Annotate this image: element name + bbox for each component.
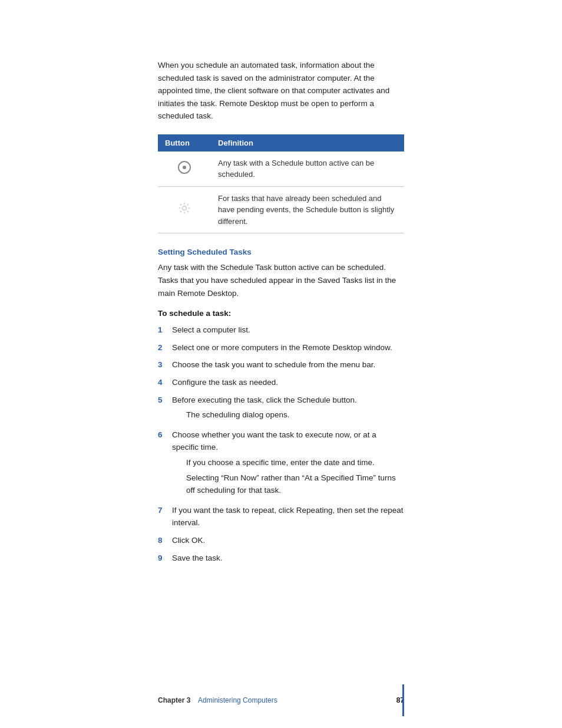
step-number: 8 <box>158 534 168 547</box>
step-content: Select one or more computers in the Remo… <box>172 341 404 354</box>
table-def-2: For tasks that have already been schedul… <box>211 186 404 233</box>
step-text: Select one or more computers in the Remo… <box>172 343 392 352</box>
step-content: Choose the task you want to schedule fro… <box>172 358 404 371</box>
schedule-gear-icon <box>178 202 191 215</box>
step-item: 4Configure the task as needed. <box>158 376 404 389</box>
step-text: Configure the task as needed. <box>172 378 278 387</box>
step-item: 5Before executing the task, click the Sc… <box>158 394 404 424</box>
step-content: Before executing the task, click the Sch… <box>172 394 404 424</box>
steps-list: 1Select a computer list.2Select one or m… <box>158 324 404 564</box>
table-header-definition: Definition <box>211 134 404 151</box>
step-sub-text: Selecting “Run Now” rather than “At a Sp… <box>172 472 404 497</box>
schedule-circle-icon <box>178 161 191 174</box>
step-number: 7 <box>158 504 168 517</box>
step-text: Select a computer list. <box>172 325 250 334</box>
subsection-label: To schedule a task: <box>158 309 404 318</box>
step-item: 1Select a computer list. <box>158 324 404 337</box>
step-number: 5 <box>158 394 168 407</box>
step-number: 3 <box>158 358 168 371</box>
step-number: 2 <box>158 341 168 354</box>
step-text: If you want the task to repeat, click Re… <box>172 506 403 528</box>
step-item: 9Save the task. <box>158 552 404 565</box>
step-number: 9 <box>158 552 168 565</box>
step-content: Configure the task as needed. <box>172 376 404 389</box>
step-content: Save the task. <box>172 552 404 565</box>
table-def-1: Any task with a Schedule button active c… <box>211 151 404 187</box>
page-container: When you schedule an automated task, inf… <box>0 0 562 728</box>
step-sub-text: The scheduling dialog opens. <box>172 409 404 421</box>
chapter-label: Chapter 3 <box>158 696 190 704</box>
button-table: Button Definition Any task with a Schedu… <box>158 134 404 234</box>
step-sub-text: If you choose a specific time, enter the… <box>172 456 404 469</box>
step-item: 6Choose whether you want the task to exe… <box>158 429 404 499</box>
footer-chapter: Chapter 3 Administering Computers <box>158 696 277 704</box>
step-text: Choose the task you want to schedule fro… <box>172 360 375 369</box>
step-item: 3Choose the task you want to schedule fr… <box>158 358 404 371</box>
step-item: 2Select one or more computers in the Rem… <box>158 341 404 354</box>
icon-cell-gear <box>158 186 211 233</box>
table-row: For tasks that have already been schedul… <box>158 186 404 233</box>
chapter-link: Administering Computers <box>198 696 277 704</box>
step-item: 7If you want the task to repeat, click R… <box>158 504 404 529</box>
svg-point-0 <box>183 206 187 210</box>
step-text: Save the task. <box>172 554 223 562</box>
intro-paragraph: When you schedule an automated task, inf… <box>158 59 404 123</box>
step-content: Click OK. <box>172 534 404 547</box>
step-number: 6 <box>158 429 168 442</box>
step-number: 4 <box>158 376 168 389</box>
step-text: Click OK. <box>172 536 205 545</box>
page-footer: Chapter 3 Administering Computers 87 <box>0 696 562 704</box>
section-heading: Setting Scheduled Tasks <box>158 248 404 256</box>
step-text: Choose whether you want the task to exec… <box>172 430 376 452</box>
table-row: Any task with a Schedule button active c… <box>158 151 404 187</box>
step-content: Select a computer list. <box>172 324 404 337</box>
icon-cell-circle <box>158 151 211 187</box>
step-text: Before executing the task, click the Sch… <box>172 396 357 404</box>
step-item: 8Click OK. <box>158 534 404 547</box>
table-header-button: Button <box>158 134 211 151</box>
table-header-row: Button Definition <box>158 134 404 151</box>
step-content: If you want the task to repeat, click Re… <box>172 504 404 529</box>
step-content: Choose whether you want the task to exec… <box>172 429 404 499</box>
step-number: 1 <box>158 324 168 337</box>
section-body: Any task with the Schedule Task button a… <box>158 261 404 299</box>
footer-border <box>402 684 404 716</box>
